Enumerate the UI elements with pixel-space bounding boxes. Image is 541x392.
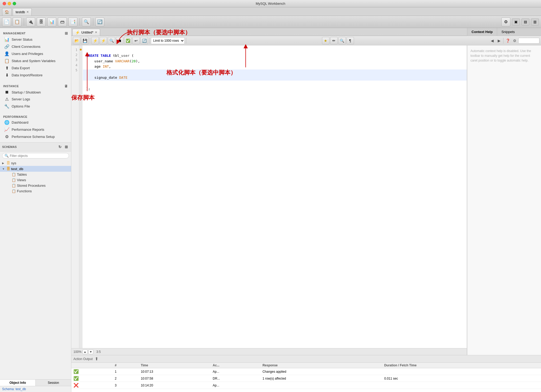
server-status-icon: 📊	[4, 37, 10, 42]
connect-btn[interactable]: 🔌	[26, 17, 35, 26]
schema-expand-icon[interactable]: ⊞	[64, 144, 69, 150]
help-btn[interactable]: ❓	[505, 38, 511, 44]
status-err-icon: ❌	[73, 383, 79, 388]
editor-tab-untitled[interactable]: ⚡ Untitled* ✕	[72, 29, 100, 36]
sidebar-item-data-export[interactable]: ⬆ Data Export	[0, 64, 71, 72]
tab-home[interactable]: 🏠	[2, 8, 12, 16]
zoom-up-btn[interactable]: ▲	[83, 349, 87, 354]
schema-refresh-icon[interactable]: ↻	[57, 144, 63, 150]
sidebar-item-client-connections[interactable]: 🔗 Client Connections	[0, 43, 71, 50]
execute-btn[interactable]: ⚡	[91, 37, 99, 44]
sidebar-item-dashboard[interactable]: 🌐 Dashboard	[0, 119, 71, 126]
manage-btn[interactable]: 🗄	[37, 17, 46, 26]
context-help-tab[interactable]: Context Help	[467, 28, 497, 36]
auto-help-btn[interactable]: ⚙	[511, 38, 518, 44]
row-response: Changes applied	[260, 368, 382, 375]
sidebar-item-server-logs[interactable]: ⚠ Server Logs	[0, 96, 71, 103]
row-duration: 0.011 sec	[382, 375, 541, 382]
open-file-btn[interactable]: 📂	[73, 37, 80, 44]
maximize-button[interactable]	[13, 2, 16, 5]
table-row: ✅ 1 10:07:13 Ap... Changes applied	[71, 368, 541, 375]
row-response: 1 row(s) affected	[260, 375, 382, 382]
toggle-btn[interactable]: 🔄	[141, 37, 148, 44]
layout-3-btn[interactable]: ▥	[531, 18, 539, 25]
schema-item-test-db[interactable]: ▼ 🗄 test_db	[0, 166, 71, 172]
settings-btn[interactable]: ⚙	[501, 17, 510, 26]
index-btn[interactable]: 📑	[68, 17, 77, 26]
sidebar-item-label: Status and System Variables	[12, 59, 55, 63]
migration-btn[interactable]: 🔄	[95, 17, 104, 26]
server-logs-icon: ⚠	[4, 97, 10, 102]
sql-sep-4	[503, 38, 503, 44]
minimize-button[interactable]	[8, 2, 11, 5]
code-editor[interactable]: CREATE TABLE tbl_user ( user_name VARCHA…	[83, 45, 467, 94]
execute-current-btn[interactable]: ⚡	[100, 37, 107, 44]
schema-item-label: Functions	[17, 189, 32, 193]
sidebar-item-options-file[interactable]: 🔧 Options File	[0, 103, 71, 110]
line-num-4: 4	[73, 63, 77, 68]
beautify-btn[interactable]: ★	[322, 37, 329, 44]
toolbar-separator-1	[24, 18, 24, 26]
layout-2-btn[interactable]: ▤	[521, 18, 529, 25]
snippets-tab[interactable]: Snippets	[497, 28, 519, 36]
invisible-btn[interactable]: ¶	[347, 37, 354, 44]
tab-testdb[interactable]: testdb ✕	[13, 8, 32, 16]
editor-area[interactable]: 1 2 3 4 5 ● CREATE	[71, 45, 467, 348]
sidebar-item-performance-schema[interactable]: ⚙ Performance Schema Setup	[0, 133, 71, 140]
sidebar-item-performance-reports[interactable]: 📈 Performance Reports	[0, 126, 71, 133]
instance-expand-icon[interactable]: 🖥	[64, 84, 68, 88]
row-time: 10:07:58	[139, 375, 211, 382]
explain-btn[interactable]: 🔍	[108, 37, 115, 44]
layout-1-btn[interactable]: ▣	[512, 18, 520, 25]
row-action: Ap...	[211, 368, 260, 375]
schema-item-tables[interactable]: 📋 Tables	[0, 172, 71, 177]
stop-btn[interactable]: ⏹	[116, 37, 123, 44]
filter-input[interactable]	[10, 154, 67, 158]
close-button[interactable]	[3, 2, 6, 5]
nav-next-btn[interactable]: ▶	[496, 38, 502, 44]
sidebar-item-users-privileges[interactable]: 👤 Users and Privileges	[0, 50, 71, 57]
output-expand-btn[interactable]: ⬆	[95, 356, 98, 361]
performance-label: PERFORMANCE	[3, 115, 27, 118]
row-action: Ap...	[211, 382, 260, 389]
editor-tab-close-icon[interactable]: ✕	[95, 31, 97, 34]
find-btn[interactable]: 🔍	[338, 37, 346, 44]
editor-main-area: 📂 💾 ⚡ ⚡ 🔍 ⏹ ✅ ↩ 🔄 Limit to 1000 rows Lim…	[71, 36, 541, 392]
tab-object-info[interactable]: Object Info	[0, 380, 36, 386]
tab-testdb-label: testdb	[16, 10, 25, 14]
schemas-header: SCHEMAS ↻ ⊞	[0, 142, 71, 151]
schema-btn[interactable]: 🗃	[58, 17, 67, 26]
zoom-down-btn[interactable]: ▼	[88, 349, 93, 354]
sidebar: MANAGEMENT ⊞ 📊 Server Status 🔗 Client Co…	[0, 28, 71, 392]
tab-close-icon[interactable]: ✕	[26, 10, 29, 14]
management-header: MANAGEMENT ⊞	[0, 30, 71, 36]
editor-statusbar: 100% ▲ ▼ 3:5	[71, 348, 467, 355]
output-table: # Time Ac... Response Duration / Fetch T…	[71, 363, 541, 389]
schema-item-views[interactable]: 📋 Views	[0, 177, 71, 183]
schema-item-functions[interactable]: 📋 Functions	[0, 188, 71, 194]
sidebar-item-startup-shutdown[interactable]: ⏹ Startup / Shutdown	[0, 89, 71, 96]
format-btn[interactable]: ✏	[330, 37, 338, 44]
nav-prev-btn[interactable]: ◀	[489, 38, 495, 44]
performance-reports-icon: 📈	[4, 127, 10, 132]
sql-file-btn[interactable]: 📄	[2, 17, 11, 26]
schema-item-sys[interactable]: ▶ 🗄 sys	[0, 160, 71, 166]
zoom-control: 100% ▲ ▼	[73, 349, 93, 354]
sql-file2-btn[interactable]: 📋	[13, 17, 22, 26]
search-btn[interactable]: 🔍	[82, 17, 91, 26]
management-expand-icon[interactable]: ⊞	[65, 31, 68, 35]
search-field[interactable]	[518, 38, 539, 44]
schema-item-stored-procedures[interactable]: 📋 Stored Procedures	[0, 183, 71, 188]
output-area: Action Output ⬆ # Time Ac... R	[71, 355, 541, 392]
save-file-btn[interactable]: 💾	[81, 37, 88, 44]
rollback-btn[interactable]: ↩	[132, 37, 140, 44]
commit-btn[interactable]: ✅	[124, 37, 132, 44]
line-num-1: 1	[73, 48, 77, 53]
tab-session[interactable]: Session	[36, 380, 71, 386]
limit-select[interactable]: Limit to 1000 rows Limit to 100 rows Don…	[151, 37, 185, 44]
sidebar-item-status-variables[interactable]: 📋 Status and System Variables	[0, 57, 71, 64]
exec-marker: ●	[80, 48, 82, 51]
table-btn[interactable]: 📊	[47, 17, 56, 26]
sidebar-item-server-status[interactable]: 📊 Server Status	[0, 36, 71, 43]
sidebar-item-data-import[interactable]: ⬇ Data Import/Restore	[0, 72, 71, 79]
